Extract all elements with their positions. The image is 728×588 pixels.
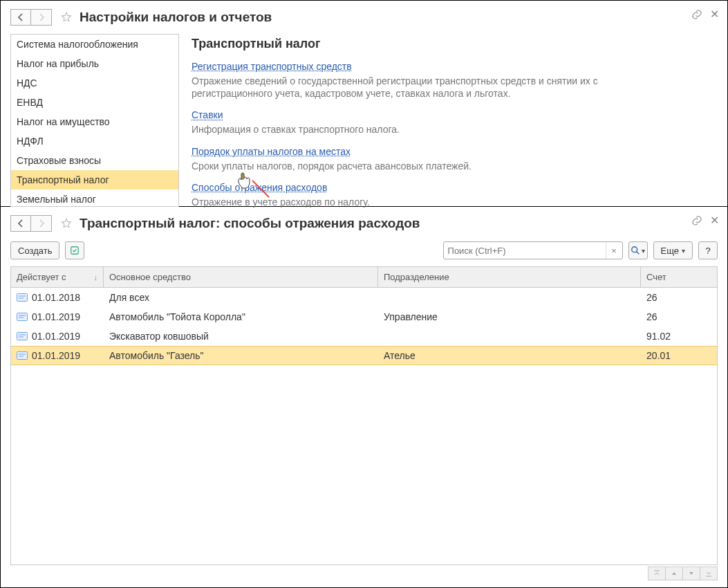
- link-icon[interactable]: [691, 8, 703, 21]
- col-asset-label: Основное средство: [109, 272, 191, 282]
- close-icon[interactable]: ✕: [710, 8, 719, 21]
- col-dept[interactable]: Подразделение: [378, 267, 641, 287]
- cell-dept: Управление: [384, 311, 438, 322]
- more-button[interactable]: Еще ▾: [653, 241, 693, 259]
- table-row[interactable]: 01.01.2019 Экскаватор ковшовый 91.02: [11, 327, 717, 346]
- help-button[interactable]: ?: [698, 241, 718, 259]
- sidebar-item-label: НДС: [17, 77, 37, 89]
- sidebar-item-5[interactable]: НДФЛ: [11, 131, 178, 151]
- back-button[interactable]: [10, 215, 31, 232]
- content-block-0: Регистрация транспортных средств Отражен…: [192, 61, 718, 100]
- col-asset[interactable]: Основное средство: [104, 267, 378, 287]
- create-label: Создать: [18, 246, 52, 256]
- desc-order: Сроки уплаты налогов, порядок расчета ав…: [192, 160, 675, 172]
- nav-buttons: [10, 215, 52, 232]
- grid-body: 01.01.2018 Для всех 26 01.01.2019 Автомо…: [11, 288, 717, 564]
- scroll-bottom-button[interactable]: [700, 567, 718, 580]
- search-button[interactable]: ▾: [628, 241, 648, 259]
- search-input[interactable]: [444, 242, 606, 259]
- annotation-arrow-icon: [251, 179, 272, 200]
- content-block-2: Порядок уплаты налогов на местах Сроки у…: [192, 146, 718, 172]
- cell-date: 01.01.2019: [32, 331, 80, 342]
- svg-rect-14: [17, 352, 28, 360]
- link-icon[interactable]: [691, 214, 703, 227]
- cell-asset: Автомобиль "Газель": [109, 350, 204, 361]
- sidebar-item-label: НДФЛ: [17, 136, 44, 147]
- pointer-cursor-icon: [236, 171, 252, 189]
- cell-asset: Экскаватор ковшовый: [109, 331, 209, 342]
- sidebar-item-label: Земельный налог: [17, 194, 96, 205]
- svg-rect-8: [17, 313, 28, 321]
- scroll-down-button[interactable]: [682, 567, 700, 580]
- svg-point-3: [632, 247, 637, 252]
- tax-settings-window: Настройки налогов и отчетов ✕ Система на…: [1, 1, 727, 207]
- close-icon[interactable]: ✕: [710, 214, 719, 227]
- sidebar-item-0[interactable]: Система налогообложения: [11, 35, 178, 54]
- svg-rect-11: [17, 333, 28, 340]
- cell-acct: 91.02: [646, 331, 671, 342]
- cell-date: 01.01.2019: [32, 350, 80, 361]
- sidebar-item-8[interactable]: Земельный налог: [11, 190, 178, 207]
- scroll-up-button[interactable]: [665, 567, 683, 580]
- expense-methods-window: Транспортный налог: способы отражения ра…: [1, 207, 727, 587]
- grid-header: Действует с ↓ Основное средство Подразде…: [11, 267, 717, 288]
- sidebar-item-6[interactable]: Страховые взносы: [11, 151, 178, 170]
- grid-nav-footer: [648, 567, 718, 580]
- cell-date: 01.01.2018: [32, 292, 80, 303]
- sidebar-item-1[interactable]: Налог на прибыль: [11, 54, 178, 73]
- table-row[interactable]: 01.01.2019 Автомобиль "Тойота Королла" У…: [11, 307, 717, 327]
- desc-registration: Отражение сведений о государственной рег…: [192, 75, 675, 100]
- forward-button[interactable]: [31, 9, 52, 26]
- page-title: Транспортный налог: способы отражения ра…: [80, 216, 420, 231]
- cell-dept: Ателье: [384, 350, 416, 361]
- svg-rect-5: [17, 294, 28, 302]
- back-button[interactable]: [10, 9, 31, 26]
- sidebar-item-2[interactable]: НДС: [11, 73, 178, 93]
- col-acct-label: Счет: [646, 272, 666, 282]
- cell-acct: 26: [646, 292, 657, 303]
- scroll-top-button[interactable]: [648, 567, 666, 580]
- cell-acct: 20.01: [646, 350, 671, 361]
- toolbar: Создать × ▾ Еще ▾ ?: [10, 241, 718, 259]
- favorite-icon[interactable]: [60, 11, 73, 24]
- expense-grid: Действует с ↓ Основное средство Подразде…: [10, 266, 718, 565]
- col-date[interactable]: Действует с ↓: [11, 267, 104, 287]
- table-row[interactable]: 01.01.2019 Автомобиль "Газель" Ателье 20…: [11, 346, 717, 365]
- link-rates[interactable]: Ставки: [192, 109, 223, 120]
- cell-asset: Для всех: [109, 292, 149, 303]
- sidebar-item-label: Транспортный налог: [17, 174, 109, 185]
- titlebar: Настройки налогов и отчетов ✕: [10, 6, 718, 28]
- sort-asc-icon: ↓: [94, 273, 98, 282]
- sidebar-item-label: Страховые взносы: [17, 155, 101, 166]
- svg-rect-0: [242, 174, 243, 179]
- table-row[interactable]: 01.01.2018 Для всех 26: [11, 288, 717, 307]
- record-icon: [17, 351, 28, 360]
- col-date-label: Действует с: [17, 272, 66, 282]
- svg-line-1: [252, 181, 269, 197]
- col-dept-label: Подразделение: [384, 272, 449, 282]
- clear-search-button[interactable]: ×: [606, 242, 622, 259]
- sidebar-item-label: Налог на имущество: [17, 116, 110, 127]
- page-title: Настройки налогов и отчетов: [80, 10, 272, 25]
- record-icon: [17, 313, 28, 321]
- tax-sidebar: Система налогообложения Налог на прибыль…: [10, 34, 179, 207]
- save-settings-button[interactable]: [65, 241, 84, 259]
- record-icon: [17, 332, 28, 340]
- search-box: ×: [443, 241, 623, 259]
- nav-buttons: [10, 9, 52, 26]
- create-button[interactable]: Создать: [10, 241, 59, 259]
- content-heading: Транспортный налог: [192, 37, 718, 51]
- sidebar-item-label: Налог на прибыль: [17, 58, 99, 69]
- sidebar-item-7[interactable]: Транспортный налог: [11, 170, 178, 190]
- sidebar-item-4[interactable]: Налог на имущество: [11, 112, 178, 131]
- record-icon: [17, 293, 28, 302]
- cell-acct: 26: [646, 311, 657, 322]
- sidebar-item-3[interactable]: ЕНВД: [11, 93, 178, 112]
- link-order[interactable]: Порядок уплаты налогов на местах: [192, 146, 351, 157]
- cell-date: 01.01.2019: [32, 311, 80, 322]
- link-registration[interactable]: Регистрация транспортных средств: [192, 61, 352, 72]
- forward-button[interactable]: [31, 215, 52, 232]
- sidebar-item-label: ЕНВД: [17, 97, 43, 108]
- col-acct[interactable]: Счет: [641, 267, 717, 287]
- favorite-icon[interactable]: [60, 217, 73, 230]
